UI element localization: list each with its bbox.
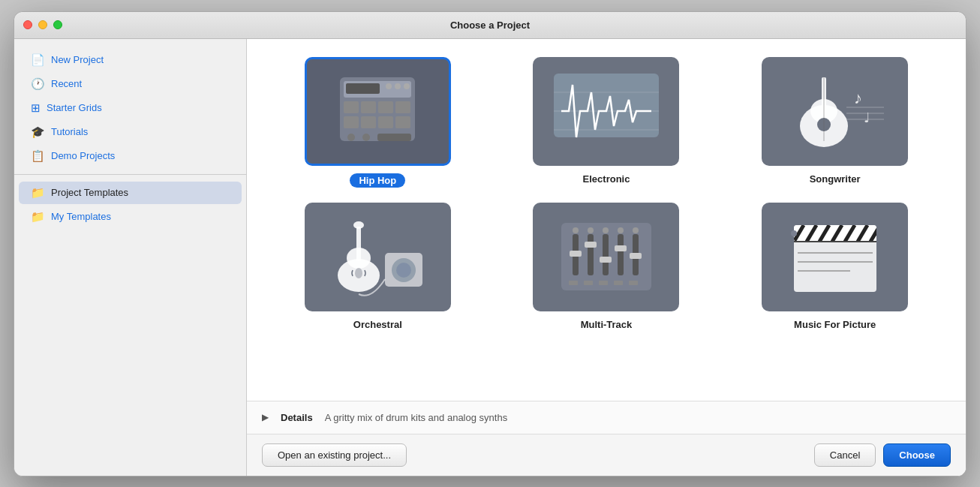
template-item-electronic[interactable]: Electronic xyxy=(500,57,714,188)
svg-point-52 xyxy=(603,227,609,233)
sidebar-item-my-templates[interactable]: 📁 My Templates xyxy=(19,206,242,228)
choose-button[interactable]: Choose xyxy=(883,443,951,467)
svg-rect-56 xyxy=(584,281,593,285)
sidebar-item-demo-projects[interactable]: 📋 Demo Projects xyxy=(19,145,242,167)
demo-projects-icon: 📋 xyxy=(31,149,45,163)
new-project-icon: 📄 xyxy=(31,53,45,67)
template-label-multi-track: Multi-Track xyxy=(581,319,633,330)
window-title: Choose a Project xyxy=(450,20,530,31)
title-bar: Choose a Project xyxy=(14,12,966,39)
template-item-songwriter[interactable]: ♪ ♩ Songwriter xyxy=(728,57,942,188)
template-item-hip-hop[interactable]: Hip Hop xyxy=(271,57,485,188)
template-thumb-multi-track xyxy=(533,203,679,311)
svg-rect-11 xyxy=(361,116,376,128)
main-content: 📄 New Project 🕐 Recent ⊞ Starter Grids 🎓… xyxy=(14,39,966,476)
sidebar-divider xyxy=(14,174,246,175)
sidebar-item-project-templates[interactable]: 📁 Project Templates xyxy=(19,182,242,204)
details-text: A gritty mix of drum kits and analog syn… xyxy=(325,412,508,423)
svg-point-53 xyxy=(618,227,624,233)
sidebar-item-recent[interactable]: 🕐 Recent xyxy=(19,73,242,95)
main-window: Choose a Project 📄 New Project 🕐 Recent … xyxy=(14,11,966,476)
svg-rect-10 xyxy=(344,116,359,128)
svg-point-34 xyxy=(353,221,364,229)
svg-point-4 xyxy=(395,83,401,89)
bottom-bar: Open an existing project... Cancel Choos… xyxy=(247,434,966,476)
sidebar-item-label: New Project xyxy=(51,54,104,65)
svg-rect-7 xyxy=(361,101,376,113)
svg-rect-46 xyxy=(585,242,597,248)
svg-rect-2 xyxy=(346,83,380,94)
starter-grids-icon: ⊞ xyxy=(31,101,41,115)
close-button[interactable] xyxy=(23,20,32,29)
music-for-picture-icon xyxy=(775,212,895,302)
sidebar: 📄 New Project 🕐 Recent ⊞ Starter Grids 🎓… xyxy=(14,39,247,476)
svg-rect-55 xyxy=(569,281,578,285)
svg-point-51 xyxy=(588,227,594,233)
svg-rect-8 xyxy=(378,101,393,113)
svg-point-35 xyxy=(355,268,362,278)
project-templates-icon: 📁 xyxy=(31,186,45,200)
svg-rect-6 xyxy=(344,101,359,113)
multi-track-icon xyxy=(546,212,666,302)
svg-rect-60 xyxy=(794,238,876,292)
template-label-hip-hop: Hip Hop xyxy=(350,173,405,188)
templates-grid: Hip Hop xyxy=(271,57,942,330)
svg-text:♩: ♩ xyxy=(864,110,870,125)
template-label-music-for-picture: Music For Picture xyxy=(794,319,876,330)
orchestral-icon xyxy=(317,212,437,302)
template-item-orchestral[interactable]: Orchestral xyxy=(271,203,485,330)
svg-rect-49 xyxy=(630,253,642,259)
svg-rect-47 xyxy=(600,257,612,263)
svg-text:♪: ♪ xyxy=(854,89,862,107)
sidebar-item-tutorials[interactable]: 🎓 Tutorials xyxy=(19,121,242,143)
svg-rect-41 xyxy=(588,234,594,275)
svg-point-3 xyxy=(386,83,392,89)
sidebar-item-label: Project Templates xyxy=(51,187,128,198)
svg-point-50 xyxy=(573,227,579,233)
sidebar-item-label: Starter Grids xyxy=(47,102,102,113)
templates-grid-area: Hip Hop xyxy=(247,39,966,401)
open-existing-button[interactable]: Open an existing project... xyxy=(262,443,407,467)
svg-rect-42 xyxy=(603,234,609,275)
template-label-songwriter: Songwriter xyxy=(810,173,861,185)
sidebar-item-new-project[interactable]: 📄 New Project xyxy=(19,49,242,71)
details-chevron-icon[interactable]: ▶ xyxy=(262,412,269,422)
template-item-multi-track[interactable]: Multi-Track xyxy=(500,203,714,330)
svg-rect-57 xyxy=(599,281,608,285)
template-item-music-for-picture[interactable]: Music For Picture xyxy=(728,203,942,330)
minimize-button[interactable] xyxy=(38,20,47,29)
electronic-icon xyxy=(546,70,666,152)
svg-rect-33 xyxy=(356,227,361,261)
my-templates-icon: 📁 xyxy=(31,210,45,224)
right-panel: Hip Hop xyxy=(247,39,966,476)
template-thumb-hip-hop xyxy=(305,57,451,166)
svg-rect-59 xyxy=(629,281,638,285)
svg-point-15 xyxy=(362,134,370,141)
template-thumb-electronic xyxy=(533,57,679,166)
bottom-right-buttons: Cancel Choose xyxy=(814,443,951,467)
sidebar-item-label: My Templates xyxy=(51,211,111,222)
svg-point-38 xyxy=(396,263,411,278)
svg-rect-58 xyxy=(614,281,623,285)
template-thumb-music-for-picture xyxy=(762,203,908,311)
template-label-electronic: Electronic xyxy=(583,173,630,185)
svg-point-54 xyxy=(633,227,639,233)
details-label: Details xyxy=(281,412,313,423)
sidebar-item-label: Recent xyxy=(51,78,82,89)
sidebar-item-starter-grids[interactable]: ⊞ Starter Grids xyxy=(19,97,242,119)
svg-rect-9 xyxy=(395,101,410,113)
svg-point-5 xyxy=(404,83,410,89)
traffic-lights xyxy=(23,20,62,29)
svg-rect-45 xyxy=(570,251,582,257)
svg-rect-13 xyxy=(395,116,410,128)
template-thumb-orchestral xyxy=(305,203,451,311)
cancel-button[interactable]: Cancel xyxy=(814,443,876,467)
songwriter-icon: ♪ ♩ xyxy=(775,66,895,156)
svg-rect-43 xyxy=(618,234,624,275)
sidebar-item-label: Demo Projects xyxy=(51,150,115,161)
details-bar: ▶ Details A gritty mix of drum kits and … xyxy=(247,401,966,434)
svg-rect-48 xyxy=(615,245,627,251)
hip-hop-icon xyxy=(329,70,426,152)
svg-point-75 xyxy=(791,230,797,236)
maximize-button[interactable] xyxy=(53,20,62,29)
